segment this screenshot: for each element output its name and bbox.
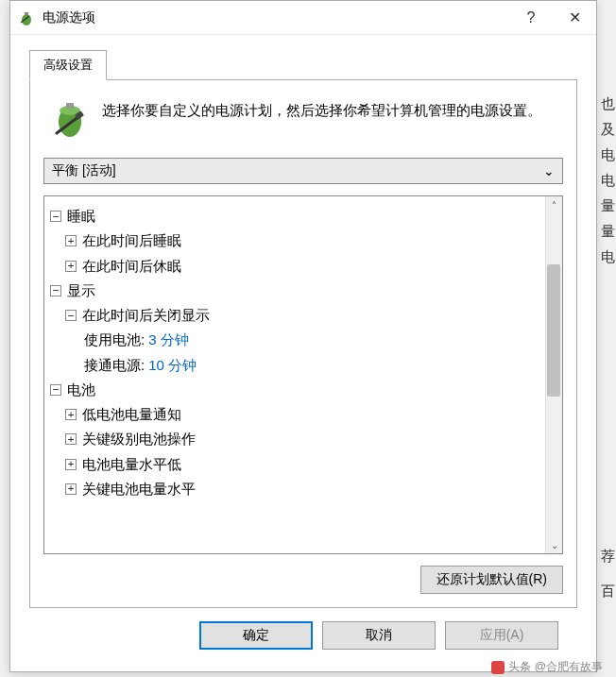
tree-scrollbar[interactable]: ˄ ⌄ <box>545 196 562 553</box>
background-text: 也 及 电 电 量 量 电 荐 百 <box>601 91 615 603</box>
tab-advanced[interactable]: 高级设置 <box>29 50 107 80</box>
tree-node-turn-off-display[interactable]: − 在此时间后关闭显示 <box>50 303 556 328</box>
watermark-icon <box>491 661 505 674</box>
collapse-icon[interactable]: − <box>50 384 61 396</box>
watermark: 头条 @合肥有故事 <box>491 659 603 675</box>
svg-point-0 <box>22 14 31 25</box>
help-button[interactable]: ? <box>509 1 553 34</box>
restore-defaults-button[interactable]: 还原计划默认值(R) <box>420 566 563 594</box>
collapse-icon[interactable]: − <box>65 310 77 321</box>
tree-node-low-notify[interactable]: + 低电池电量通知 <box>50 402 556 427</box>
tree-node-after-hibernate[interactable]: + 在此时间后休眠 <box>50 254 556 279</box>
titlebar: 电源选项 ? ✕ <box>10 1 596 35</box>
tree-node-sleep[interactable]: − 睡眠 <box>50 204 556 228</box>
chevron-down-icon: ⌄ <box>536 159 562 183</box>
cancel-button[interactable]: 取消 <box>322 621 436 650</box>
battery-plug-icon <box>51 99 89 141</box>
ok-button[interactable]: 确定 <box>199 621 313 650</box>
tree-leaf-battery[interactable]: 使用电池: 3 分钟 <box>50 328 556 352</box>
tree-node-after-sleep[interactable]: + 在此时间后睡眠 <box>50 228 556 253</box>
tab-panel: 选择你要自定义的电源计划，然后选择你希望计算机管理的电源设置。 平衡 [活动] … <box>29 79 577 608</box>
collapse-icon[interactable]: − <box>50 285 61 296</box>
expand-icon[interactable]: + <box>65 261 77 272</box>
collapse-icon[interactable]: − <box>50 211 61 222</box>
scrollbar-thumb[interactable] <box>547 264 560 397</box>
tree-node-crit-action[interactable]: + 关键级别电池操作 <box>50 427 556 451</box>
plan-select-value: 平衡 [活动] <box>52 162 116 179</box>
svg-rect-1 <box>25 12 28 15</box>
apply-button[interactable]: 应用(A) <box>445 621 558 650</box>
power-plan-select[interactable]: 平衡 [活动] ⌄ <box>43 158 563 184</box>
tree-node-low-level[interactable]: + 电池电量水平低 <box>50 452 556 477</box>
expand-icon[interactable]: + <box>65 433 77 445</box>
expand-icon[interactable]: + <box>65 459 77 470</box>
description-text: 选择你要自定义的电源计划，然后选择你希望计算机管理的电源设置。 <box>102 99 541 141</box>
tab-strip: 高级设置 <box>29 50 577 80</box>
tree-node-crit-level[interactable]: + 关键电池电量水平 <box>50 477 556 501</box>
svg-rect-4 <box>66 103 74 109</box>
scroll-up-icon[interactable]: ˄ <box>546 196 562 213</box>
expand-icon[interactable]: + <box>65 235 77 246</box>
close-button[interactable]: ✕ <box>553 1 596 34</box>
scroll-down-icon[interactable]: ⌄ <box>546 536 562 553</box>
settings-tree: − 睡眠 + 在此时间后睡眠 + 在此时间后休眠 − 显示 <box>43 195 563 554</box>
tree-leaf-plugged[interactable]: 接通电源: 10 分钟 <box>50 353 556 378</box>
battery-icon <box>18 9 35 26</box>
power-options-dialog: 电源选项 ? ✕ 高级设置 选择你要自定义的电源计划，然后选择你希望计算机管理的… <box>9 0 597 672</box>
plugged-value: 10 分钟 <box>148 353 197 378</box>
expand-icon[interactable]: + <box>65 409 77 420</box>
battery-value: 3 分钟 <box>148 328 189 352</box>
tree-node-display[interactable]: − 显示 <box>50 279 556 303</box>
tree-node-battery[interactable]: − 电池 <box>50 378 556 402</box>
expand-icon[interactable]: + <box>65 483 77 495</box>
window-title: 电源选项 <box>43 9 509 26</box>
